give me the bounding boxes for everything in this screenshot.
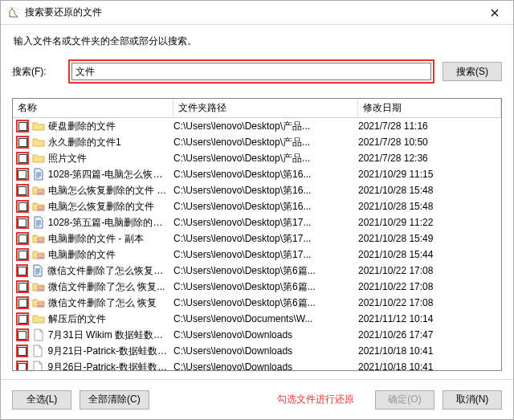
select-all-button[interactable]: 全选(L) <box>12 390 71 410</box>
cell-date: 2021/10/28 15:48 <box>358 201 501 212</box>
table-row[interactable]: 9月21日-Patrick-数据蛙数据...C:\Users\lenovo\Do… <box>13 343 501 359</box>
row-checkbox[interactable] <box>18 122 27 131</box>
column-header-date[interactable]: 修改日期 <box>358 99 501 117</box>
cell-name: 1028-第五篇-电脑删除的文... <box>13 216 173 230</box>
row-checkbox[interactable] <box>18 138 27 147</box>
table-row[interactable]: 7月31日 Wikim 数据蛙数据...C:\Users\lenovo\Down… <box>13 327 501 343</box>
doc-icon <box>31 264 44 277</box>
close-button[interactable] <box>476 1 513 25</box>
cell-date: 2021/10/28 15:44 <box>358 249 501 260</box>
row-checkbox[interactable] <box>18 299 27 308</box>
row-checkbox-highlight <box>16 248 29 261</box>
row-checkbox[interactable] <box>18 347 27 356</box>
cell-date: 2021/7/28 12:36 <box>358 153 501 164</box>
row-checkbox-highlight <box>16 264 28 277</box>
table-row[interactable]: 电脑怎么恢复删除的文件 - ...C:\Users\lenovo\Desktop… <box>13 182 501 198</box>
cell-name: 9月26日-Patrick-数据蛙数据... <box>13 361 173 371</box>
column-header-name[interactable]: 名称 <box>13 99 173 117</box>
table-row[interactable]: 微信文件删除了怎么 恢复C:\Users\lenovo\Desktop\第6篇.… <box>13 295 501 311</box>
table-row[interactable]: 永久删除的文件1C:\Users\lenovo\Desktop\产品...202… <box>13 134 501 150</box>
clear-all-button[interactable]: 全部清除(C) <box>80 390 149 410</box>
table-row[interactable]: 微信文件删除了怎么 恢复...C:\Users\lenovo\Desktop\第… <box>13 279 501 295</box>
row-checkbox-highlight <box>16 280 29 293</box>
cell-date: 2021/10/28 15:48 <box>358 185 501 196</box>
row-checkbox-highlight <box>16 120 29 133</box>
row-checkbox-highlight <box>16 136 29 149</box>
file-name: 1028-第四篇-电脑怎么恢复... <box>48 168 169 181</box>
file-name: 电脑删除的文件 - 副本 <box>48 232 144 246</box>
cell-path: C:\Users\lenovo\Desktop\第6篇... <box>173 280 358 294</box>
search-row: 搜索(F): 搜索(S) <box>12 59 502 84</box>
cell-date: 2021/7/28 11:16 <box>358 120 501 132</box>
cell-name: 解压后的文件 <box>13 312 173 326</box>
file-name: 照片文件 <box>48 152 87 165</box>
row-checkbox[interactable] <box>18 202 27 211</box>
row-checkbox[interactable] <box>18 170 27 179</box>
list-body[interactable]: 硬盘删除的文件C:\Users\lenovo\Desktop\产品...2021… <box>13 118 501 370</box>
table-row[interactable]: 硬盘删除的文件C:\Users\lenovo\Desktop\产品...2021… <box>13 118 501 134</box>
cell-date: 2021/10/26 17:47 <box>358 329 501 340</box>
row-checkbox-highlight <box>16 361 28 370</box>
file-name: 解压后的文件 <box>48 312 106 326</box>
row-checkbox-highlight <box>16 200 29 213</box>
footer: 全选(L) 全部清除(C) 勾选文件进行还原 确定(O) 取消(N) <box>1 379 513 419</box>
column-header-path[interactable]: 文件夹路径 <box>173 99 358 117</box>
row-checkbox[interactable] <box>18 267 27 275</box>
cell-name: 微信文件删除了怎么 恢复 <box>13 296 173 310</box>
cell-name: 电脑怎么恢复删除的文件 - ... <box>13 184 173 198</box>
window-title: 搜索要还原的文件 <box>25 6 476 19</box>
folderex-icon <box>32 248 45 261</box>
row-checkbox-highlight <box>16 312 29 325</box>
table-row[interactable]: 电脑删除的文件C:\Users\lenovo\Desktop\第17...202… <box>13 247 501 263</box>
row-checkbox[interactable] <box>18 234 27 243</box>
row-checkbox[interactable] <box>18 331 27 340</box>
search-input[interactable] <box>71 63 431 80</box>
titlebar: 搜索要还原的文件 <box>1 1 513 25</box>
file-icon <box>31 345 44 357</box>
cell-path: C:\Users\lenovo\Desktop\第16... <box>173 200 358 214</box>
cell-date: 2021/10/29 11:22 <box>358 217 501 228</box>
svg-rect-2 <box>38 239 43 243</box>
row-checkbox-highlight <box>16 345 28 357</box>
row-checkbox[interactable] <box>18 363 27 371</box>
table-row[interactable]: 解压后的文件C:\Users\lenovo\Documents\W...2021… <box>13 311 501 327</box>
table-row[interactable]: 电脑删除的文件 - 副本C:\Users\lenovo\Desktop\第17.… <box>13 230 501 247</box>
cell-name: 电脑怎么恢复删除的文件 <box>13 200 173 214</box>
folder-icon <box>32 152 45 165</box>
cancel-button[interactable]: 取消(N) <box>443 390 502 410</box>
instruction-text: 输入文件名或文件夹的全部或部分以搜索。 <box>14 35 502 48</box>
row-checkbox[interactable] <box>18 154 27 163</box>
cell-path: C:\Users\lenovo\Desktop\第17... <box>173 248 358 262</box>
table-row[interactable]: 1028-第五篇-电脑删除的文...C:\Users\lenovo\Deskto… <box>13 214 501 230</box>
table-row[interactable]: 1028-第四篇-电脑怎么恢复...C:\Users\lenovo\Deskto… <box>13 166 501 182</box>
results-list: 名称 文件夹路径 修改日期 硬盘删除的文件C:\Users\lenovo\Des… <box>12 98 502 371</box>
app-icon <box>7 6 20 19</box>
cell-date: 2021/10/22 17:08 <box>358 297 501 308</box>
list-header: 名称 文件夹路径 修改日期 <box>13 99 501 118</box>
table-row[interactable]: 微信文件删除了怎么恢复，2...C:\Users\lenovo\Desktop\… <box>13 263 501 279</box>
folder-icon <box>32 312 45 325</box>
svg-rect-0 <box>38 190 43 194</box>
row-checkbox[interactable] <box>18 186 27 195</box>
row-checkbox-highlight <box>16 216 29 229</box>
file-icon <box>31 361 44 370</box>
ok-button[interactable]: 确定(O) <box>375 390 434 410</box>
table-row[interactable]: 照片文件C:\Users\lenovo\Desktop\产品...2021/7/… <box>13 150 501 166</box>
row-checkbox-highlight <box>16 328 29 341</box>
cell-name: 9月21日-Patrick-数据蛙数据... <box>13 345 173 358</box>
cell-name: 7月31日 Wikim 数据蛙数据... <box>13 328 173 342</box>
row-checkbox-highlight <box>16 184 29 197</box>
cell-path: C:\Users\lenovo\Downloads <box>173 345 358 357</box>
row-checkbox[interactable] <box>18 315 27 324</box>
row-checkbox-highlight <box>16 232 29 245</box>
row-checkbox[interactable] <box>18 218 27 227</box>
row-checkbox[interactable] <box>18 283 27 292</box>
cell-path: C:\Users\lenovo\Desktop\第6篇... <box>173 296 358 310</box>
row-checkbox[interactable] <box>18 251 27 259</box>
table-row[interactable]: 电脑怎么恢复删除的文件C:\Users\lenovo\Desktop\第16..… <box>13 198 501 214</box>
cell-date: 2021/10/28 15:49 <box>358 233 501 244</box>
table-row[interactable]: 9月26日-Patrick-数据蛙数据...C:\Users\lenovo\Do… <box>13 359 501 370</box>
cell-path: C:\Users\lenovo\Documents\W... <box>173 313 358 324</box>
search-button[interactable]: 搜索(S) <box>443 62 502 81</box>
folderex-icon <box>32 232 45 245</box>
